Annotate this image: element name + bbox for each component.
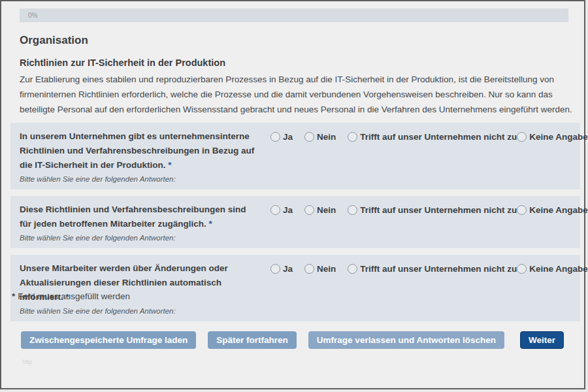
progress-value: 0% [20, 12, 38, 19]
radio-option-q2-trifft-nicht-zu[interactable]: Trifft auf unser Unternehmen nicht zu [348, 205, 517, 215]
radio-icon[interactable] [304, 132, 314, 142]
survey-window: 0% Organisation Richtlinien zur IT-Siche… [0, 0, 585, 389]
question-row-1: In unserem Unternehmen gibt es unternehm… [10, 123, 580, 189]
radio-option-q3-keine-angabe[interactable]: Keine Angabe [517, 264, 588, 274]
radio-label: Keine Angabe [529, 264, 588, 274]
radio-label: Trifft auf unser Unternehmen nicht zu [360, 205, 517, 215]
status-link-preview: http [22, 359, 32, 365]
footnote-text: Feld muss ausgefüllt werden [18, 291, 130, 301]
progress-bar: 0% [20, 8, 568, 22]
radio-option-q2-nein[interactable]: Nein [304, 205, 336, 215]
radio-label: Ja [283, 205, 293, 215]
radio-option-q3-nein[interactable]: Nein [304, 264, 336, 274]
radio-label: Nein [317, 205, 336, 215]
question-1-label: In unserem Unternehmen gibt es unternehm… [20, 131, 254, 170]
question-1-left: In unserem Unternehmen gibt es unternehm… [20, 129, 256, 183]
load-saved-survey-button[interactable]: Zwischengespeicherte Umfrage laden [21, 331, 196, 349]
radio-icon[interactable] [348, 264, 357, 274]
question-2-left: Diese Richtlinien und Verfahrensbeschrei… [20, 203, 256, 242]
required-asterisk: * [209, 219, 212, 229]
radio-option-q1-ja[interactable]: Ja [270, 132, 293, 142]
question-3-left: Unsere Mitarbeiter werden über Änderunge… [20, 261, 256, 315]
radio-icon[interactable] [304, 264, 314, 274]
exit-and-clear-button[interactable]: Umfrage verlassen und Antworten löschen [308, 331, 504, 349]
radio-icon[interactable] [348, 132, 357, 142]
radio-option-q1-nein[interactable]: Nein [304, 132, 336, 142]
question-1-options: Ja Nein Trifft auf unser Unternehmen nic… [256, 129, 588, 183]
radio-option-q1-trifft-nicht-zu[interactable]: Trifft auf unser Unternehmen nicht zu [348, 132, 517, 142]
radio-icon[interactable] [517, 205, 527, 215]
question-1-hint: Bitte wählen Sie eine der folgenden Antw… [20, 175, 256, 183]
question-row-3: Unsere Mitarbeiter werden über Änderunge… [10, 255, 580, 321]
radio-option-q3-trifft-nicht-zu[interactable]: Trifft auf unser Unternehmen nicht zu [348, 264, 517, 274]
radio-option-q1-keine-angabe[interactable]: Keine Angabe [517, 132, 588, 142]
next-button[interactable]: Weiter [520, 331, 564, 349]
radio-label: Nein [317, 132, 336, 142]
radio-label: Keine Angabe [529, 132, 588, 142]
radio-option-q2-ja[interactable]: Ja [270, 205, 293, 215]
question-1-text: In unserem Unternehmen gibt es unternehm… [20, 129, 256, 172]
required-asterisk: * [168, 160, 171, 170]
radio-icon[interactable] [304, 205, 314, 215]
question-2-text: Diese Richtlinien und Verfahrensbeschrei… [20, 203, 256, 231]
radio-icon[interactable] [270, 264, 280, 274]
question-3-hint: Bitte wählen Sie eine der folgenden Antw… [20, 307, 256, 315]
radio-icon[interactable] [270, 205, 280, 215]
question-3-options: Ja Nein Trifft auf unser Unternehmen nic… [256, 261, 588, 315]
radio-label: Ja [283, 264, 293, 274]
question-2-options: Ja Nein Trifft auf unser Unternehmen nic… [256, 203, 588, 242]
intro-text: Zur Etablierung eines stabilen und repro… [20, 72, 574, 117]
required-footnote: *Feld muss ausgefüllt werden [12, 291, 130, 301]
button-bar: Zwischengespeicherte Umfrage laden Späte… [21, 331, 570, 349]
radio-icon[interactable] [517, 264, 527, 274]
question-2-hint: Bitte wählen Sie eine der folgenden Antw… [20, 234, 256, 242]
radio-label: Nein [317, 264, 336, 274]
resume-later-button[interactable]: Später fortfahren [208, 331, 297, 349]
radio-icon[interactable] [348, 205, 357, 215]
radio-label: Trifft auf unser Unternehmen nicht zu [360, 264, 517, 274]
page-title: Organisation [20, 34, 88, 47]
footnote-asterisk: * [12, 291, 15, 301]
radio-option-q2-keine-angabe[interactable]: Keine Angabe [517, 205, 588, 215]
radio-label: Trifft auf unser Unternehmen nicht zu [360, 132, 517, 142]
question-row-2: Diese Richtlinien und Verfahrensbeschrei… [10, 196, 580, 248]
radio-label: Keine Angabe [529, 205, 588, 215]
radio-icon[interactable] [517, 132, 527, 142]
section-title: Richtlinien zur IT-Sicherheit in der Pro… [20, 57, 225, 68]
radio-icon[interactable] [270, 132, 280, 142]
radio-label: Ja [283, 132, 293, 142]
radio-option-q3-ja[interactable]: Ja [270, 264, 293, 274]
